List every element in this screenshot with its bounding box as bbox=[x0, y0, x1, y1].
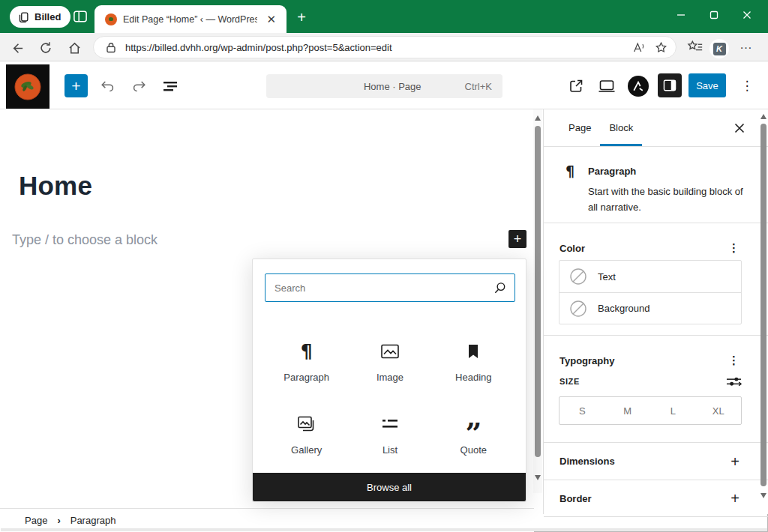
size-settings-icon[interactable] bbox=[726, 375, 742, 387]
editor-scrollbar[interactable] bbox=[533, 109, 542, 493]
close-sidebar-icon[interactable] bbox=[734, 122, 746, 134]
color-options-icon[interactable]: ⋮ bbox=[728, 241, 740, 255]
quote-icon: ” bbox=[465, 423, 482, 444]
settings-panel-toggle[interactable] bbox=[658, 73, 682, 97]
browser-address-row: https://billed.dvhh.org/wp-admin/post.ph… bbox=[0, 33, 768, 61]
site-logo[interactable] bbox=[6, 64, 50, 109]
color-section-header: Color ⋮ bbox=[544, 233, 768, 263]
block-search-box[interactable] bbox=[265, 273, 515, 302]
no-color-icon bbox=[569, 300, 587, 318]
sidebar-scrollbar-thumb[interactable] bbox=[760, 124, 766, 486]
size-option-s[interactable]: S bbox=[560, 397, 605, 424]
settings-sidebar: Page Block ¶ Paragraph Start with the ba… bbox=[543, 109, 768, 514]
breadcrumb-paragraph[interactable]: Paragraph bbox=[70, 515, 116, 526]
tab-title: Edit Page “Home” ‹ — WordPress bbox=[123, 14, 257, 25]
block-option-list[interactable]: List bbox=[348, 398, 431, 471]
sidebar-tabs: Page Block bbox=[544, 109, 768, 147]
read-aloud-icon[interactable] bbox=[632, 40, 646, 55]
browse-all-button[interactable]: Browse all bbox=[253, 473, 526, 501]
scroll-up-icon[interactable] bbox=[535, 115, 541, 121]
browser-tab[interactable]: Edit Page “Home” ‹ — WordPress ✕ bbox=[94, 5, 286, 33]
size-row: SIZE bbox=[560, 375, 742, 387]
section-divider bbox=[544, 335, 768, 336]
redo-icon[interactable] bbox=[129, 76, 148, 96]
dimensions-section[interactable]: Dimensions + bbox=[544, 442, 768, 480]
scroll-up-icon[interactable] bbox=[760, 114, 766, 119]
wp-editor-toolbar: + Home · Page Ctrl+K Save ⋮ bbox=[0, 61, 768, 109]
list-icon bbox=[381, 414, 399, 435]
breadcrumb-page[interactable]: Page bbox=[25, 515, 47, 526]
sidebar-scrollbar[interactable] bbox=[759, 109, 768, 505]
block-option-image[interactable]: Image bbox=[348, 325, 431, 398]
page-title-field[interactable]: Home bbox=[19, 171, 92, 201]
typography-section-header: Typography ⋮ bbox=[544, 345, 768, 375]
block-option-gallery[interactable]: Gallery bbox=[265, 398, 348, 471]
inserter-toggle-button[interactable]: + bbox=[64, 74, 88, 97]
border-section[interactable]: Border + bbox=[544, 480, 768, 517]
new-tab-button[interactable]: + bbox=[292, 8, 310, 26]
tab-page[interactable]: Page bbox=[560, 109, 600, 146]
profile-label: Billed bbox=[34, 11, 61, 22]
no-color-icon bbox=[569, 267, 587, 285]
extension-glyph: K bbox=[713, 43, 726, 55]
breadcrumb-separator-icon: › bbox=[57, 515, 60, 526]
block-search-input[interactable] bbox=[274, 282, 493, 294]
refresh-icon[interactable] bbox=[38, 40, 54, 56]
size-option-l[interactable]: L bbox=[650, 397, 696, 424]
scroll-down-icon[interactable] bbox=[535, 475, 541, 480]
size-option-m[interactable]: M bbox=[605, 397, 651, 424]
browser-menu-icon[interactable]: … bbox=[740, 37, 753, 52]
close-window-button[interactable] bbox=[730, 0, 764, 30]
block-inserter-popup: ¶ Paragraph Image Heading Gallery bbox=[252, 259, 526, 502]
block-option-heading[interactable]: Heading bbox=[432, 325, 515, 398]
minimize-button[interactable] bbox=[664, 0, 698, 30]
stacked-pages-icon bbox=[16, 10, 30, 24]
size-option-xl[interactable]: XL bbox=[696, 397, 742, 424]
size-label: SIZE bbox=[560, 377, 580, 386]
browser-titlebar: Billed Edit Page “Home” ‹ — WordPress ✕ … bbox=[0, 0, 768, 33]
address-bar[interactable]: https://billed.dvhh.org/wp-admin/post.ph… bbox=[93, 36, 676, 58]
background-color-row[interactable]: Background bbox=[560, 292, 741, 324]
block-inserter-button[interactable]: + bbox=[508, 230, 526, 248]
tab-close-icon[interactable]: ✕ bbox=[263, 12, 279, 26]
block-card-title: Paragraph bbox=[588, 166, 636, 177]
command-center-button[interactable]: Home · Page Ctrl+K bbox=[266, 74, 502, 98]
site-favicon bbox=[105, 13, 117, 25]
command-shortcut: Ctrl+K bbox=[465, 81, 492, 92]
window-controls bbox=[664, 0, 764, 30]
text-color-row[interactable]: Text bbox=[560, 261, 741, 292]
block-option-quote[interactable]: ” Quote bbox=[432, 398, 515, 471]
undo-icon[interactable] bbox=[98, 76, 118, 96]
scroll-down-icon[interactable] bbox=[760, 493, 766, 498]
color-settings-box: Text Background bbox=[559, 260, 742, 324]
editor-scrollbar-thumb[interactable] bbox=[535, 126, 541, 457]
options-menu-icon[interactable]: ⋮ bbox=[738, 76, 756, 95]
browser-profile-button[interactable]: Billed bbox=[10, 6, 70, 28]
block-grid: ¶ Paragraph Image Heading Gallery bbox=[265, 325, 515, 471]
add-border-icon[interactable]: + bbox=[730, 491, 740, 506]
maximize-button[interactable] bbox=[698, 0, 730, 30]
search-icon bbox=[493, 281, 507, 295]
document-overview-icon[interactable] bbox=[160, 76, 180, 96]
vertical-tabs-icon[interactable] bbox=[71, 8, 89, 25]
block-card-description: Start with the basic building block of a… bbox=[588, 184, 754, 215]
add-dimensions-icon[interactable]: + bbox=[730, 454, 740, 469]
url-text[interactable]: https://billed.dvhh.org/wp-admin/post.ph… bbox=[125, 42, 625, 53]
lock-icon[interactable] bbox=[104, 40, 118, 55]
document-title: Home · Page bbox=[277, 81, 465, 92]
preview-icon[interactable] bbox=[597, 76, 616, 96]
home-icon[interactable] bbox=[66, 40, 82, 56]
back-icon[interactable] bbox=[9, 40, 26, 56]
empty-block-placeholder[interactable]: Type / to choose a block bbox=[12, 232, 158, 248]
astra-theme-icon[interactable] bbox=[628, 76, 649, 97]
favorite-star-icon[interactable] bbox=[653, 40, 668, 55]
extension-icon[interactable]: K bbox=[710, 39, 729, 58]
save-button[interactable]: Save bbox=[688, 73, 726, 97]
typography-options-icon[interactable]: ⋮ bbox=[728, 354, 740, 367]
gallery-icon bbox=[297, 414, 316, 435]
block-option-paragraph[interactable]: ¶ Paragraph bbox=[265, 325, 348, 398]
tab-block[interactable]: Block bbox=[600, 109, 642, 146]
collections-icon[interactable] bbox=[687, 39, 704, 54]
browser-window: Billed Edit Page “Home” ‹ — WordPress ✕ … bbox=[0, 0, 768, 532]
view-page-icon[interactable] bbox=[566, 76, 586, 96]
